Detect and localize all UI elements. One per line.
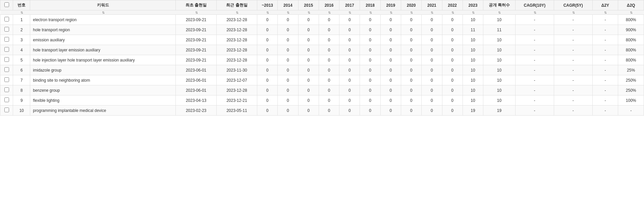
row-checkbox-cell[interactable] — [0, 106, 13, 116]
row-y2019: 0 — [380, 85, 401, 95]
row-checkbox[interactable] — [4, 97, 9, 102]
sort-public-patent[interactable]: ⇅ — [483, 10, 516, 15]
row-checkbox[interactable] — [4, 17, 9, 22]
header-num: 번호 — [13, 0, 30, 10]
row-checkbox[interactable] — [4, 37, 9, 42]
sort-icon-first-date[interactable]: ⇅ — [195, 11, 198, 14]
sort-first-date[interactable]: ⇅ — [176, 10, 216, 15]
row-y2016: 0 — [319, 75, 339, 85]
row-checkbox-cell[interactable] — [0, 75, 13, 85]
row-y2023: 10 — [463, 15, 483, 25]
row-y2013: 0 — [257, 15, 278, 25]
row-y2016: 0 — [319, 106, 339, 116]
row-checkbox[interactable] — [4, 27, 9, 32]
row-checkbox[interactable] — [4, 67, 9, 72]
sort-icon-keyword[interactable]: ⇅ — [102, 11, 105, 14]
sort-icon-y2022[interactable]: ⇅ — [451, 11, 454, 14]
sort-delta2y[interactable]: ⇅ — [592, 10, 618, 15]
row-checkbox-cell[interactable] — [0, 25, 13, 35]
sort-y2018[interactable]: ⇅ — [360, 10, 380, 15]
row-cagr10: - — [515, 35, 554, 45]
sort-icon-delta2q[interactable]: ⇅ — [630, 11, 633, 14]
row-y2014: 0 — [278, 15, 298, 25]
sort-num[interactable]: ⇅ — [13, 10, 30, 15]
row-checkbox-cell[interactable] — [0, 15, 13, 25]
row-y2019: 0 — [380, 55, 401, 65]
sort-icon-y2014[interactable]: ⇅ — [287, 11, 289, 14]
row-cagr5: - — [554, 95, 592, 106]
row-y2019: 0 — [380, 25, 401, 35]
sort-cagr5[interactable]: ⇅ — [554, 10, 592, 15]
row-checkbox-cell[interactable] — [0, 35, 13, 45]
header-delta2q: Δ2Q — [618, 0, 644, 10]
row-y2023: 19 — [463, 106, 483, 116]
sort-y2015[interactable]: ⇅ — [298, 10, 319, 15]
row-checkbox[interactable] — [4, 108, 9, 112]
row-num: 6 — [13, 65, 30, 75]
sort-y2014[interactable]: ⇅ — [278, 10, 298, 15]
header-y2017: 2017 — [339, 0, 360, 10]
row-y2020: 0 — [401, 85, 421, 95]
sort-icon-y2020[interactable]: ⇅ — [410, 11, 413, 14]
row-checkbox-cell[interactable] — [0, 65, 13, 75]
sort-y2016[interactable]: ⇅ — [319, 10, 339, 15]
row-y2021: 0 — [422, 55, 442, 65]
row-y2021: 0 — [422, 75, 442, 85]
sort-icon-y2023[interactable]: ⇅ — [472, 11, 475, 14]
sort-y2013[interactable]: ⇅ — [257, 10, 278, 15]
row-y2019: 0 — [380, 65, 401, 75]
row-y2023: 10 — [463, 75, 483, 85]
sort-icon-y2016[interactable]: ⇅ — [328, 11, 331, 14]
sort-icon-y2013[interactable]: ⇅ — [266, 11, 269, 14]
sort-icon-cagr5[interactable]: ⇅ — [572, 11, 575, 14]
row-checkbox[interactable] — [4, 87, 9, 92]
sort-icon-y2018[interactable]: ⇅ — [369, 11, 372, 14]
sort-last-date[interactable]: ⇅ — [216, 10, 257, 15]
row-checkbox-cell[interactable] — [0, 95, 13, 106]
sort-y2022[interactable]: ⇅ — [442, 10, 463, 15]
row-y2015: 0 — [298, 106, 319, 116]
row-y2013: 0 — [257, 55, 278, 65]
row-y2014: 0 — [278, 75, 298, 85]
sort-cagr10[interactable]: ⇅ — [515, 10, 554, 15]
sort-icon-public-patent[interactable]: ⇅ — [498, 11, 501, 14]
row-checkbox-cell[interactable] — [0, 55, 13, 65]
row-y2015: 0 — [298, 15, 319, 25]
sort-delta2q[interactable]: ⇅ — [618, 10, 644, 15]
row-y2019: 0 — [380, 15, 401, 25]
row-cagr5: - — [554, 55, 592, 65]
row-checkbox-cell[interactable] — [0, 85, 13, 95]
header-y2015: 2015 — [298, 0, 319, 10]
sort-y2020[interactable]: ⇅ — [401, 10, 421, 15]
row-y2020: 0 — [401, 45, 421, 55]
sort-keyword[interactable]: ⇅ — [30, 10, 176, 15]
sort-icon-num[interactable]: ⇅ — [20, 11, 23, 14]
sort-y2019[interactable]: ⇅ — [380, 10, 401, 15]
row-y2017: 0 — [339, 65, 360, 75]
row-checkbox[interactable] — [4, 47, 9, 52]
sort-icon-cagr10[interactable]: ⇅ — [534, 11, 536, 14]
sort-icon-delta2y[interactable]: ⇅ — [604, 11, 607, 14]
sort-icon-last-date[interactable]: ⇅ — [236, 11, 238, 14]
row-cagr10: - — [515, 95, 554, 106]
row-checkbox[interactable] — [4, 57, 9, 62]
sort-icon-y2021[interactable]: ⇅ — [431, 11, 433, 14]
header-checkbox[interactable] — [0, 0, 13, 10]
sort-y2023[interactable]: ⇅ — [463, 10, 483, 15]
sort-icon-y2015[interactable]: ⇅ — [308, 11, 310, 14]
sort-y2021[interactable]: ⇅ — [422, 10, 442, 15]
sort-icon-y2017[interactable]: ⇅ — [348, 11, 351, 14]
sort-y2017[interactable]: ⇅ — [339, 10, 360, 15]
row-y2018: 0 — [360, 95, 380, 106]
row-checkbox[interactable] — [4, 77, 9, 82]
row-num: 10 — [13, 106, 30, 116]
select-all-checkbox[interactable] — [4, 2, 9, 7]
row-last-date: 2023-12-28 — [216, 85, 257, 95]
sort-icon-y2019[interactable]: ⇅ — [390, 11, 392, 14]
row-y2021: 0 — [422, 35, 442, 45]
row-first-date: 2023-09-21 — [176, 35, 216, 45]
row-y2017: 0 — [339, 25, 360, 35]
row-checkbox-cell[interactable] — [0, 45, 13, 55]
row-y2015: 0 — [298, 75, 319, 85]
header-y2022: 2022 — [442, 0, 463, 10]
